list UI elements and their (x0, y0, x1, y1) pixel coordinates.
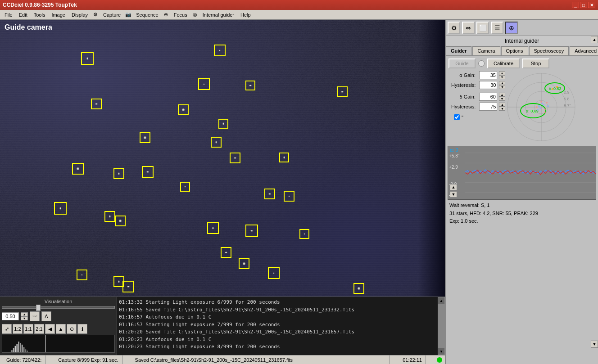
star-box (81, 52, 94, 65)
menu-file[interactable]: File (2, 11, 15, 18)
alpha-hyst-row: Hysteresis: ▲ ▼ (451, 81, 505, 89)
star-box (337, 86, 348, 97)
graph-scroll-up-btn[interactable]: ▲ (450, 184, 457, 190)
panel-scroll-down[interactable]: ▼ (591, 341, 598, 348)
svg-point-26 (546, 102, 548, 103)
camera-image[interactable] (0, 20, 445, 297)
window-controls[interactable]: _ □ ✕ (572, 2, 595, 8)
svg-rect-6 (22, 345, 23, 352)
vis-slider-thumb[interactable] (36, 305, 41, 311)
beta-hyst-up[interactable]: ▲ (499, 103, 505, 107)
vis-waveform-btn[interactable]: 〰 (30, 311, 40, 321)
title-bar: CCDciel 0.9.86-3295 ToupTek _ □ ✕ (0, 0, 598, 10)
vis-zoom-2-btn[interactable]: 2:1 (34, 324, 44, 334)
log-line: 01:20:20 Saved file C:\astro_files\Sh2-9… (119, 328, 443, 336)
calibrate-button[interactable]: Calibrate (487, 58, 520, 68)
tab-options[interactable]: Options (501, 46, 528, 55)
star-dot (223, 122, 224, 125)
beta-gain-label: δ Gain: (451, 94, 477, 99)
star-dot (219, 50, 221, 51)
vis-zoom-fit-btn[interactable]: ⤢ (2, 324, 12, 334)
beta-gain-up[interactable]: ▲ (499, 93, 505, 97)
settings-icon: ⚙ (91, 11, 100, 19)
menu-internal-guider[interactable]: Internal guider (200, 11, 237, 18)
rp-guide-arrows-btn[interactable]: ⇔ (462, 22, 475, 34)
svg-point-33 (537, 109, 539, 111)
menu-tools[interactable]: Tools (31, 11, 48, 18)
vis-info-btn[interactable]: ℹ (77, 324, 87, 334)
stop-button[interactable]: Stop (522, 58, 549, 68)
vis-step-up[interactable]: ▲ (21, 312, 28, 316)
svg-point-34 (544, 112, 546, 113)
vis-pan-left-btn[interactable]: ◀ (45, 324, 55, 334)
vis-zoom-half-btn[interactable]: 1:2 (13, 324, 23, 334)
rp-target-btn[interactable]: ⊕ (505, 22, 518, 34)
star-dot (82, 274, 83, 276)
alpha-gain-up[interactable]: ▲ (499, 71, 505, 75)
beta-gain-down[interactable]: ▼ (499, 97, 505, 101)
alpha-gain-down[interactable]: ▼ (499, 75, 505, 79)
svg-point-31 (547, 105, 549, 107)
rp-frame-btn[interactable]: ⬜ (476, 22, 489, 34)
menu-help[interactable]: Help (238, 11, 254, 18)
menu-edit[interactable]: Edit (16, 11, 30, 18)
alpha-gain-input[interactable] (479, 71, 497, 79)
svg-point-38 (534, 112, 535, 114)
alpha-hyst-input[interactable] (479, 81, 497, 89)
star-box (77, 270, 87, 280)
status-exposure: Capture 8/999 Exp: 91 sec. (54, 355, 122, 364)
vis-auto-btn[interactable]: A (41, 311, 51, 321)
vis-crosshair-btn[interactable]: ⊙ (67, 324, 77, 334)
tab-spectroscopy[interactable]: Spectroscopy (529, 46, 569, 55)
status-time: 01:22:11 (399, 355, 426, 364)
star-dot (216, 141, 217, 144)
star-box (207, 222, 219, 234)
alpha-hyst-down[interactable]: ▼ (499, 85, 505, 89)
alpha-hyst-up[interactable]: ▲ (499, 81, 505, 85)
star-box (142, 166, 154, 178)
vis-move-up-btn[interactable]: ▲ (56, 324, 66, 334)
vis-step-down[interactable]: ▼ (21, 316, 28, 320)
star-dot (109, 215, 111, 218)
arcsec-checkbox[interactable] (454, 114, 460, 120)
ig-polar-area: α Gain: ▲ ▼ Hysteresis: ▲ ▼ (451, 71, 595, 143)
vis-value-input[interactable]: 0.50 (2, 312, 19, 320)
log-line: 01:13:32 Starting Light exposure 6/999 f… (119, 299, 443, 306)
rp-list-btn[interactable]: ☰ (491, 22, 503, 34)
log-scrollbar[interactable]: ▲ ▼ (438, 297, 445, 355)
tab-guider[interactable]: Guider (446, 46, 471, 55)
vis-zoom-1-btn[interactable]: 1:1 (23, 324, 33, 334)
vis-slider[interactable] (2, 306, 115, 309)
guide-button[interactable]: Guide (448, 58, 476, 68)
log-scroll-up[interactable]: ▲ (438, 297, 445, 304)
star-dot (77, 167, 79, 170)
alpha-gain-row: α Gain: ▲ ▼ (451, 71, 505, 79)
crosshair-icon: ⊕ (162, 11, 170, 19)
graph-scroll-down-btn[interactable]: ▼ (450, 191, 457, 198)
minimize-button[interactable]: _ (572, 2, 579, 8)
beta-gain-input[interactable] (479, 93, 497, 101)
guide-camera-label: Guide camera (5, 23, 52, 31)
star-box (104, 211, 115, 222)
menu-capture[interactable]: Capture (100, 11, 123, 18)
star-box (140, 132, 150, 143)
log-scroll-down[interactable]: ▼ (438, 348, 445, 355)
panel-scroll-up[interactable]: ▲ (591, 36, 598, 43)
maximize-button[interactable]: □ (580, 2, 587, 8)
beta-section: δ Gain: ▲ ▼ Hysteresis: ▲ (451, 93, 505, 111)
guide-status-indicator (478, 60, 485, 67)
star-box (353, 283, 364, 294)
tab-camera[interactable]: Camera (472, 46, 500, 55)
menu-display[interactable]: Display (69, 11, 91, 18)
menu-sequence[interactable]: Sequence (133, 11, 161, 18)
close-button[interactable]: ✕ (588, 2, 595, 8)
beta-hyst-down[interactable]: ▼ (499, 107, 505, 111)
rp-settings-btn[interactable]: ⚙ (448, 22, 460, 34)
menu-focus[interactable]: Focus (171, 11, 190, 18)
menu-image[interactable]: Image (49, 11, 68, 18)
log-scroll-track[interactable] (438, 304, 445, 348)
log-line: 01:16:57 Autofocus due in 0.1 C (119, 314, 443, 321)
ig-tabs: Guider Camera Options Spectroscopy Advan… (446, 46, 598, 56)
tab-advanced[interactable]: Advanced (570, 46, 598, 55)
beta-hyst-input[interactable] (479, 103, 497, 111)
